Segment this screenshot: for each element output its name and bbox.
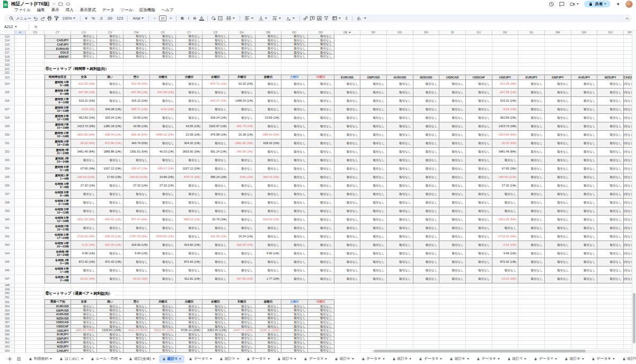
cell-DA[interactable]: -920.05 (1件) (229, 241, 255, 250)
cell-DH[interactable] (413, 39, 440, 43)
cell-CT[interactable]: 夏時間 K帯0〜1時 (45, 165, 71, 173)
cell-DM[interactable]: 取引なし (545, 80, 571, 88)
cell-CT[interactable]: 時間帯別収支 (45, 75, 71, 80)
cell-A[interactable] (15, 207, 26, 216)
cell-CS[interactable] (26, 233, 45, 241)
sheet-tab-データ⑧[interactable]: データ⑧ (588, 355, 618, 363)
cell-CX[interactable]: 27.32 (1件) (150, 182, 176, 190)
insert-chart-icon[interactable] (317, 16, 322, 21)
cell-CU[interactable]: -1091.80 (65件) (71, 329, 98, 333)
cell-CT[interactable]: 夏時間 E帯12〜15時 (45, 114, 71, 122)
cell-DM[interactable]: 取引なし (545, 122, 571, 131)
cell-CS[interactable] (26, 321, 45, 325)
cell-CX[interactable]: 取引なし (150, 267, 176, 275)
cell-CT[interactable]: 夏時間 H帯19〜21時 (45, 139, 71, 148)
cell-DG[interactable] (387, 288, 413, 292)
cell-DO[interactable]: 取引なし (597, 88, 624, 97)
cell-DL[interactable] (518, 313, 545, 317)
cell-DA[interactable]: 取引なし (229, 165, 255, 173)
cell-DC[interactable]: 取引なし (281, 105, 308, 114)
cell-CY[interactable] (176, 63, 202, 67)
cell-CW[interactable]: 取引なし (123, 224, 150, 233)
cell-DI[interactable] (439, 299, 466, 305)
cell-DC[interactable] (281, 59, 308, 63)
sheet-tab-menu-icon[interactable] (81, 358, 83, 360)
menus-label[interactable]: メニュー (16, 16, 31, 21)
cell-CZ[interactable] (202, 296, 229, 300)
cell-DD[interactable]: 取引なし (308, 97, 334, 105)
cell-DB[interactable]: 取引なし (255, 317, 282, 321)
cell-DC[interactable]: 取引なし (281, 88, 308, 97)
cell-CV[interactable]: 取引なし (97, 313, 123, 317)
cell-DJ[interactable]: 取引なし (466, 267, 492, 275)
cell-DG[interactable] (387, 63, 413, 67)
cell-DC[interactable]: 取引なし (281, 55, 308, 59)
cell-DB[interactable]: 取引なし (255, 51, 282, 55)
cell-CX[interactable] (150, 283, 176, 288)
cell-A[interactable] (15, 224, 26, 233)
cell-CX[interactable]: 取引なし (150, 313, 176, 317)
cell-DM[interactable] (545, 321, 571, 325)
cell-DJ[interactable]: 取引なし (466, 131, 492, 139)
cell-DC[interactable]: 取引なし (281, 258, 308, 267)
cell-DO[interactable] (597, 71, 624, 75)
cell-DO[interactable]: 取引なし (597, 199, 624, 207)
sheet-tab-統計①[interactable]: 統計① (159, 355, 184, 363)
cell-CX[interactable]: -947.58 (1件) (150, 88, 176, 97)
cell-DO[interactable]: 取引なし (597, 148, 624, 156)
cell-DL[interactable] (518, 39, 545, 43)
cell-DJ[interactable]: 取引なし (466, 182, 492, 190)
cell-DJ[interactable]: 取引なし (466, 114, 492, 122)
cell-DJ[interactable]: 取引なし (466, 122, 492, 131)
cell-DM[interactable] (545, 333, 571, 337)
cell-DO[interactable] (597, 43, 624, 47)
cell-CX[interactable] (150, 59, 176, 63)
cell-DE[interactable] (334, 333, 361, 337)
cell-CW[interactable]: 取引なし (123, 333, 150, 337)
cell-DO[interactable]: 取引なし (597, 173, 624, 182)
cell-DM[interactable]: 取引なし (545, 131, 571, 139)
cell-DO[interactable]: 取引なし (597, 190, 624, 199)
cell-CZ[interactable]: 取引なし (202, 337, 229, 341)
cell-DI[interactable] (439, 291, 466, 296)
cell-DD[interactable]: 取引なし (308, 337, 334, 341)
cell-CS[interactable] (26, 267, 45, 275)
cell-DC[interactable]: 取引なし (281, 35, 308, 39)
cell-DA[interactable]: 取引なし (229, 224, 255, 233)
cell-DD[interactable]: 取引なし (308, 275, 334, 283)
cell-DN[interactable]: 取引なし (571, 114, 598, 122)
cell-DB[interactable]: 928.33 (2件) (255, 139, 282, 148)
cell-CS[interactable] (26, 199, 45, 207)
cell-DF[interactable]: 取引なし (360, 114, 387, 122)
cell-CV[interactable]: 取引なし (97, 43, 123, 47)
cell-CX[interactable]: 月曜日 (150, 75, 176, 80)
cell-CW[interactable]: 515.22 (2件) (123, 97, 150, 105)
cell-A[interactable] (15, 216, 26, 224)
cell-DL[interactable] (518, 291, 545, 296)
cell-DG[interactable]: 取引なし (387, 267, 413, 275)
cell-DG[interactable]: 取引なし (387, 131, 413, 139)
menu-item-5[interactable]: データ (100, 7, 117, 13)
cell-CY[interactable]: 取引なし (176, 333, 202, 337)
column-header-CX[interactable]: CX (150, 31, 176, 35)
cell-DO[interactable] (597, 305, 624, 309)
cell-DJ[interactable] (466, 337, 492, 341)
row-header-359[interactable]: 359 (0, 329, 15, 333)
cell-DI[interactable]: 取引なし (439, 165, 466, 173)
cell-CU[interactable]: 取引なし (71, 308, 98, 313)
cell-DO[interactable] (597, 325, 624, 329)
cell-DA[interactable] (229, 283, 255, 288)
cell-DM[interactable]: 取引なし (545, 224, 571, 233)
cell-CW[interactable] (123, 291, 150, 296)
sheet-tab-はじめに[interactable]: はじめに (56, 355, 86, 363)
column-header-CW[interactable]: CW (123, 31, 150, 35)
cell-DL[interactable] (518, 305, 545, 309)
cell-DE[interactable] (334, 291, 361, 296)
insert-link-icon[interactable] (303, 16, 308, 21)
cell-DI[interactable]: 取引なし (439, 148, 466, 156)
cell-DM[interactable]: 取引なし (545, 105, 571, 114)
cell-DL[interactable] (518, 321, 545, 325)
cell-DC[interactable]: 取引なし (281, 114, 308, 122)
row-header-332[interactable]: 332 (0, 148, 15, 156)
cell-DG[interactable]: 取引なし (387, 148, 413, 156)
